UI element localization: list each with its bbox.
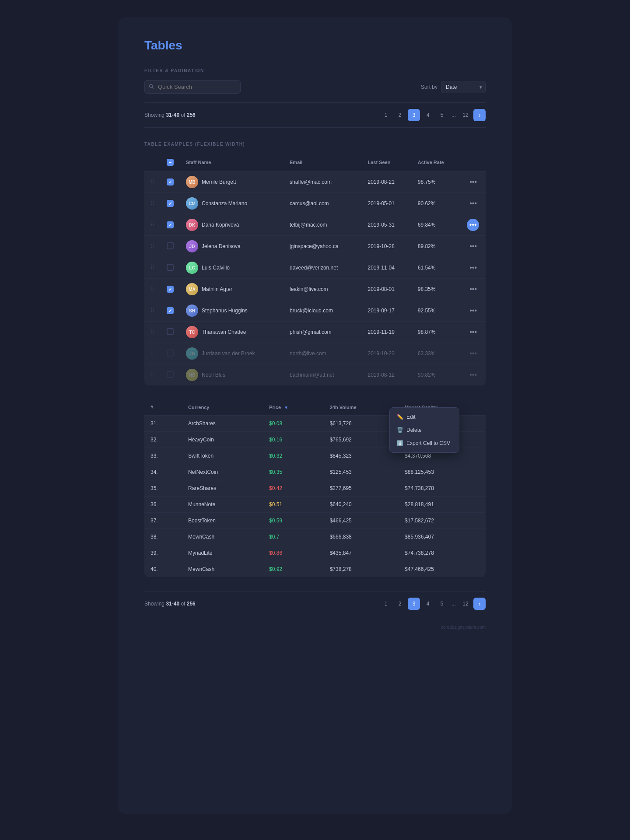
row-checkbox[interactable]: [167, 307, 174, 314]
row-checkbox[interactable]: [167, 242, 174, 249]
staff-name: Constanza Mariano: [202, 200, 247, 206]
drag-handle[interactable]: ⠿: [144, 322, 161, 343]
row-checkbox-cell: [161, 236, 180, 257]
bottom-page-btn-3[interactable]: 3: [408, 598, 420, 610]
currency-price: $0.51: [263, 497, 324, 513]
page-btn-1[interactable]: 1: [380, 109, 392, 121]
svg-line-1: [152, 87, 154, 88]
more-actions-cell: •••: [461, 322, 486, 343]
staff-name-cell: SHStephanus Huggins: [180, 300, 284, 322]
showing-text-top: Showing 31-40 of 256: [144, 112, 196, 118]
bottom-page-btn-5[interactable]: 5: [436, 598, 448, 610]
drag-handle[interactable]: ⠿: [144, 236, 161, 257]
more-actions-btn[interactable]: •••: [467, 242, 480, 251]
row-number: 40.: [144, 561, 182, 578]
more-actions-btn[interactable]: •••: [467, 263, 480, 273]
bottom-page-btn-1[interactable]: 1: [380, 598, 392, 610]
row-checkbox-cell: [161, 364, 180, 386]
currency-market-cap: $74,738,278: [399, 480, 486, 497]
context-export[interactable]: ⬇️ Export Cell to CSV: [390, 437, 459, 450]
currency-price: $0.92: [263, 561, 324, 578]
drag-handle[interactable]: ⠿: [144, 279, 161, 300]
row-checkbox[interactable]: [167, 178, 174, 186]
active-rate-cell: 89.82%: [412, 236, 461, 257]
context-delete[interactable]: 🗑️ Delete: [390, 424, 459, 437]
drag-handle[interactable]: ⠿: [144, 343, 161, 364]
currency-market-cap: $74,738,278: [399, 545, 486, 561]
avatar: CM: [186, 197, 198, 210]
row-checkbox-cell: [161, 343, 180, 364]
row-checkbox[interactable]: [167, 328, 174, 335]
active-rate-cell: 98.87%: [412, 322, 461, 343]
page-btn-3[interactable]: 3: [408, 109, 420, 121]
row-checkbox[interactable]: [167, 200, 174, 207]
staff-name-cell: CMConstanza Mariano: [180, 193, 284, 214]
showing-text-bottom: Showing 31-40 of 256: [144, 601, 196, 607]
page-btn-2[interactable]: 2: [394, 109, 406, 121]
more-actions-cell: •••: [461, 172, 486, 193]
search-icon: [149, 84, 154, 90]
active-rate-cell: 63.33%: [412, 343, 461, 364]
currency-volume: $765,692: [324, 432, 399, 448]
th-num: #: [144, 399, 182, 416]
more-actions-btn[interactable]: •••: [467, 199, 480, 208]
row-checkbox-cell: [161, 214, 180, 236]
more-actions-btn[interactable]: •••: [467, 284, 480, 294]
page-total-top: 256: [187, 112, 196, 118]
currency-price: $0.35: [263, 464, 324, 480]
page-btn-5[interactable]: 5: [436, 109, 448, 121]
more-actions-btn[interactable]: •••: [467, 219, 479, 231]
context-edit[interactable]: ✏️ Edit: [390, 410, 459, 424]
drag-icon: ⠿: [150, 372, 154, 378]
email-cell: phish@gmail.com: [284, 322, 361, 343]
row-checkbox[interactable]: [167, 286, 174, 293]
drag-handle[interactable]: ⠿: [144, 214, 161, 236]
more-actions-btn[interactable]: •••: [467, 306, 480, 315]
more-actions-btn[interactable]: •••: [467, 177, 480, 187]
currency-name: MunneNote: [182, 497, 263, 513]
row-checkbox[interactable]: [167, 371, 174, 378]
table-row: ⠿LCLuis Calvillodaveed@verizon.net2019-1…: [144, 257, 486, 279]
bottom-page-btn-12[interactable]: 12: [459, 598, 472, 610]
drag-handle[interactable]: ⠿: [144, 300, 161, 322]
drag-handle[interactable]: ⠿: [144, 172, 161, 193]
bottom-page-dots: ...: [450, 601, 458, 607]
sort-select[interactable]: Date Name Email Active Rate: [441, 81, 486, 93]
row-checkbox[interactable]: [167, 221, 174, 228]
page-btn-12[interactable]: 12: [459, 109, 472, 121]
more-actions-cell: •••: [461, 279, 486, 300]
more-actions-cell: •••: [461, 214, 486, 236]
more-actions-btn[interactable]: •••: [467, 370, 480, 380]
row-number: 32.: [144, 432, 182, 448]
bottom-page-btn-2[interactable]: 2: [394, 598, 406, 610]
th-volume: 24h Volume: [324, 399, 399, 416]
bottom-page-btn-4[interactable]: 4: [422, 598, 434, 610]
page-next-btn[interactable]: ›: [473, 109, 486, 121]
row-checkbox-cell: [161, 322, 180, 343]
currency-price: $0.86: [263, 545, 324, 561]
more-actions-btn[interactable]: •••: [467, 327, 480, 337]
bottom-page-next-btn[interactable]: ›: [473, 598, 486, 610]
search-input[interactable]: [144, 80, 241, 94]
last-seen-cell: 2019-09-17: [361, 300, 411, 322]
drag-handle[interactable]: ⠿: [144, 193, 161, 214]
currency-volume: $125,453: [324, 464, 399, 480]
currency-price: $0.16: [263, 432, 324, 448]
table-row: ⠿MBMerrile Burgettshaffei@mac.com2019-08…: [144, 172, 486, 193]
currency-name: MewnCash: [182, 529, 263, 545]
email-cell: telbij@mac.com: [284, 214, 361, 236]
row-checkbox[interactable]: [167, 350, 174, 357]
drag-handle[interactable]: ⠿: [144, 257, 161, 279]
avatar: LC: [186, 262, 198, 274]
currency-price: $0.59: [263, 513, 324, 529]
th-staff-name: Staff Name: [180, 154, 284, 172]
table-row: 36.MunneNote$0.51$640,240$28,818,491: [144, 497, 486, 513]
drag-handle[interactable]: ⠿: [144, 364, 161, 386]
drag-icon: ⠿: [150, 265, 154, 271]
more-actions-btn[interactable]: •••: [467, 349, 480, 358]
page-btn-4[interactable]: 4: [422, 109, 434, 121]
row-checkbox[interactable]: [167, 264, 174, 271]
last-seen-cell: 2019-08-12: [361, 364, 411, 386]
currency-name: NetNextCoin: [182, 464, 263, 480]
header-checkbox[interactable]: [167, 159, 174, 166]
